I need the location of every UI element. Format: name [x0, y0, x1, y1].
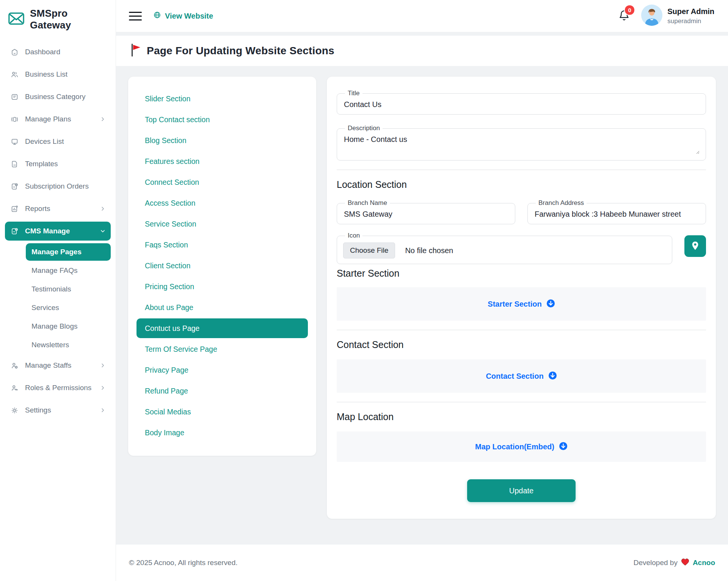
section-link-terms[interactable]: Term Of Service Page [136, 339, 308, 359]
section-link-faqs[interactable]: Faqs Section [136, 235, 308, 255]
sidebar-item-manage-plans[interactable]: Manage Plans [5, 110, 111, 129]
sidebar-item-label: Settings [25, 406, 93, 414]
sidebar-subitem-manage-blogs[interactable]: Manage Blogs [26, 318, 111, 335]
sidebar-item-business-list[interactable]: Business List [5, 65, 111, 84]
section-link-body-image[interactable]: Body Image [136, 423, 308, 442]
section-link-privacy[interactable]: Privacy Page [136, 360, 308, 380]
sidebar-subitem-testimonials[interactable]: Testimonials [26, 280, 111, 298]
app-root: SMSpro Gateway Dashboard Business List B… [0, 0, 728, 581]
section-link-connect[interactable]: Connect Section [136, 172, 308, 192]
branch-name-field: Branch Name [337, 199, 515, 224]
section-link-refund[interactable]: Refund Page [136, 381, 308, 401]
globe-icon [153, 11, 161, 21]
icon-field-label: Icon [345, 232, 362, 239]
sidebar-item-reports[interactable]: Reports [5, 199, 111, 218]
page-title: Page For Updating Website Sections [147, 45, 334, 57]
location-section-heading: Location Section [337, 179, 706, 190]
contact-section-heading: Contact Section [337, 339, 706, 350]
sidebar-item-label: Manage Staffs [25, 361, 93, 370]
sidebar-item-templates[interactable]: Templates [5, 154, 111, 173]
map-location-toggle[interactable]: Map Location(Embed) [337, 431, 706, 462]
title-input[interactable] [343, 98, 700, 110]
section-link-blog[interactable]: Blog Section [136, 131, 308, 150]
sidebar-item-label: Manage Plans [25, 115, 93, 123]
sections-nav-card: Slider Section Top Contact section Blog … [128, 77, 316, 456]
section-link-features[interactable]: Features section [136, 151, 308, 171]
user-menu[interactable]: Super Admin superadmin [641, 5, 714, 27]
contact-section-toggle[interactable]: Contact Section [337, 359, 706, 393]
section-link-client[interactable]: Client Section [136, 256, 308, 276]
user-username: superadmin [667, 17, 714, 25]
branch-fields-row: Branch Name Branch Address [337, 199, 706, 224]
sidebar-item-settings[interactable]: Settings [5, 401, 111, 420]
developer-link[interactable]: Acnoo [693, 559, 715, 567]
branch-address-input[interactable] [534, 208, 700, 219]
sidebar-item-dashboard[interactable]: Dashboard [5, 43, 111, 61]
main-column: View Website 0 [116, 0, 728, 581]
section-link-contact-us[interactable]: Contuct us Page [136, 318, 308, 338]
brand-logo[interactable]: SMSpro Gateway [0, 0, 116, 37]
section-link-service[interactable]: Service Section [136, 214, 308, 234]
cms-submenu: Manage Pages Manage FAQs Testimonials Se… [5, 243, 111, 354]
content-area: Slider Section Top Contact section Blog … [116, 66, 728, 545]
user-name: Super Admin [667, 7, 714, 16]
choose-file-button[interactable]: Choose File [343, 242, 395, 258]
sidebar-item-label: Reports [25, 205, 93, 213]
chevron-right-icon [99, 205, 106, 212]
sidebar-item-subscription-orders[interactable]: Subscription Orders [5, 177, 111, 196]
page-form-card: Title Description Home - Contact us Loca… [327, 77, 716, 519]
notifications-button[interactable]: 0 [618, 9, 630, 23]
sidebar-subitem-manage-pages[interactable]: Manage Pages [26, 243, 111, 261]
view-website-link[interactable]: View Website [153, 11, 213, 21]
file-input[interactable]: Choose File No file chosen [343, 240, 666, 259]
contact-toggle-label: Contact Section [486, 372, 543, 381]
circle-arrow-down-icon [559, 442, 568, 452]
description-field-label: Description [345, 124, 383, 132]
map-toggle-label: Map Location(Embed) [475, 442, 554, 451]
sidebar-item-label: Dashboard [25, 48, 106, 56]
divider [337, 330, 706, 330]
document-check-icon [11, 183, 19, 191]
notification-badge: 0 [624, 5, 635, 16]
description-input[interactable]: Home - Contact us [343, 133, 700, 154]
section-link-top-contact[interactable]: Top Contact section [136, 110, 308, 129]
pick-location-button[interactable] [684, 235, 706, 257]
chevron-down-icon [99, 228, 106, 235]
sidebar-item-business-category[interactable]: Business Category [5, 87, 111, 106]
sidebar-item-roles-permissions[interactable]: Roles & Permissions [5, 378, 111, 397]
sidebar-subitem-services[interactable]: Services [26, 299, 111, 316]
flag-icon [130, 43, 141, 58]
section-link-about-us[interactable]: About us Page [136, 298, 308, 317]
section-link-social-medias[interactable]: Social Medias [136, 402, 308, 422]
brand-name: SMSpro Gateway [30, 8, 110, 31]
hamburger-menu-icon[interactable] [129, 12, 142, 20]
sidebar-item-devices-list[interactable]: Devices List [5, 132, 111, 151]
bell-icon [618, 17, 630, 23]
branch-name-input[interactable] [343, 208, 509, 219]
chevron-right-icon [99, 116, 106, 123]
developed-by: Developed by Acnoo [634, 558, 715, 568]
sidebar-item-label: Templates [25, 160, 106, 168]
icon-upload-row: Icon Choose File No file chosen [337, 232, 706, 264]
copyright-text: © 2025 Acnoo, All rights reserved. [129, 559, 238, 567]
section-link-slider[interactable]: Slider Section [136, 89, 308, 109]
cms-document-check-icon [11, 227, 19, 235]
section-link-access[interactable]: Access Section [136, 193, 308, 213]
location-pin-icon [690, 241, 700, 252]
chevron-right-icon [99, 362, 106, 369]
bar-chart-icon [11, 205, 19, 213]
sidebar-subitem-newsletters[interactable]: Newsletters [26, 336, 111, 354]
section-link-pricing[interactable]: Pricing Section [136, 277, 308, 296]
sidebar-item-label: CMS Manage [25, 227, 93, 235]
page-title-bar: Page For Updating Website Sections [116, 36, 728, 66]
heart-icon [681, 558, 689, 568]
sidebar-subitem-manage-faqs[interactable]: Manage FAQs [26, 262, 111, 279]
description-field: Description Home - Contact us [337, 124, 706, 161]
chevron-right-icon [99, 384, 106, 391]
sidebar-item-cms-manage[interactable]: CMS Manage [5, 222, 111, 241]
update-button[interactable]: Update [467, 479, 576, 502]
file-status-text: No file chosen [405, 246, 453, 255]
monitor-icon [11, 138, 19, 146]
sidebar-item-manage-staffs[interactable]: Manage Staffs [5, 356, 111, 375]
starter-section-toggle[interactable]: Starter Section [337, 287, 706, 321]
